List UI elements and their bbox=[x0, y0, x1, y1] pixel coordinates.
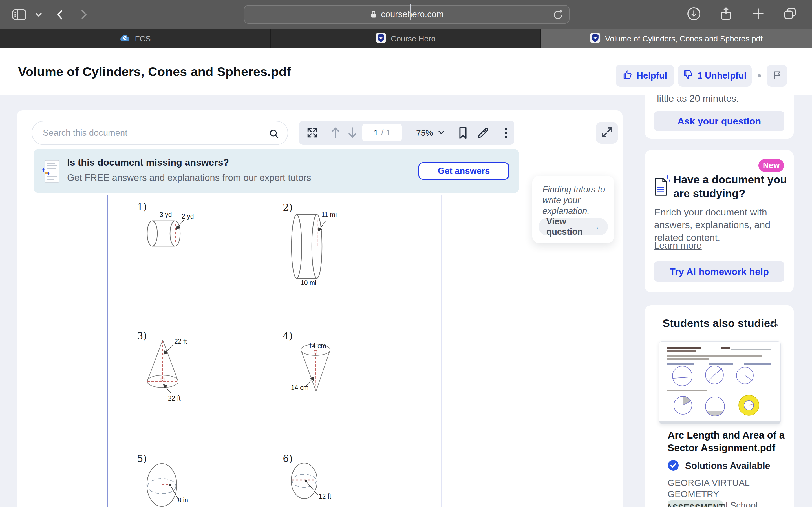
forward-button[interactable] bbox=[77, 8, 90, 21]
svg-text:5): 5) bbox=[137, 453, 147, 464]
unhelpful-label: 1 Unhelpful bbox=[697, 70, 746, 81]
title-line: Have a document you bbox=[673, 173, 787, 186]
also-studied-title: Students also studied bbox=[663, 317, 777, 330]
url-bar[interactable]: coursehero.com bbox=[244, 5, 569, 24]
check-circle-icon bbox=[668, 460, 679, 472]
tab-bar: FCS ★ Course Hero ★ Volume of Cylinders,… bbox=[0, 29, 812, 48]
toolbar-divider bbox=[449, 4, 449, 20]
students-also-studied-card: Students also studied bbox=[645, 305, 794, 507]
tab-course-hero[interactable]: ★ Course Hero bbox=[271, 29, 541, 48]
more-options-icon[interactable] bbox=[500, 127, 512, 140]
tooltip-text: Finding tutors to write your explanation… bbox=[543, 184, 607, 216]
thumbs-up-icon bbox=[622, 69, 633, 82]
view-question-label: View question bbox=[546, 217, 591, 237]
try-ai-label: Try AI homework help bbox=[670, 266, 769, 277]
previous-page-icon[interactable] bbox=[329, 126, 342, 140]
zoom-select[interactable]: 75% bbox=[416, 128, 445, 138]
problem-5-sphere bbox=[147, 464, 178, 506]
chevron-down-icon bbox=[438, 128, 445, 138]
doc-title-line: Sector Assignment.pdf bbox=[668, 441, 784, 454]
tab-fcs[interactable]: FCS bbox=[0, 29, 271, 48]
page-number-box[interactable]: 1 / 1 bbox=[362, 124, 402, 142]
page-total: / 1 bbox=[381, 128, 391, 137]
flag-button[interactable] bbox=[767, 64, 787, 87]
browser-chrome: coursehero.com bbox=[0, 0, 812, 29]
downloads-icon[interactable] bbox=[686, 6, 702, 21]
arrow-right-icon: → bbox=[591, 222, 600, 232]
expand-diagonal-icon bbox=[601, 126, 613, 140]
new-tab-icon[interactable] bbox=[751, 6, 766, 21]
view-question-button[interactable]: View question → bbox=[539, 218, 608, 235]
back-button[interactable] bbox=[54, 8, 66, 21]
ask-your-question-button[interactable]: Ask your question bbox=[654, 111, 784, 131]
bookmark-icon[interactable] bbox=[457, 126, 469, 140]
learn-more-link[interactable]: Learn more bbox=[654, 240, 702, 251]
flag-icon bbox=[772, 70, 782, 81]
tab-overview-icon[interactable] bbox=[783, 6, 798, 21]
problem-6-sphere bbox=[291, 463, 318, 499]
assessment-tag: ASSESSMENT bbox=[668, 500, 723, 507]
try-ai-homework-help-button[interactable]: Try AI homework help bbox=[654, 262, 784, 282]
svg-text:3 yd: 3 yd bbox=[160, 211, 172, 218]
page-current: 1 bbox=[373, 128, 378, 137]
thumbs-down-icon bbox=[683, 69, 693, 82]
svg-text:2): 2) bbox=[283, 202, 293, 213]
lock-icon bbox=[370, 10, 377, 19]
tab-active-pdf[interactable]: ★ Volume of Cylinders, Cones and Spheres… bbox=[541, 29, 812, 48]
fullscreen-icon[interactable] bbox=[306, 126, 319, 140]
svg-text:10 mi: 10 mi bbox=[301, 279, 316, 286]
helpful-button[interactable]: Helpful bbox=[616, 64, 674, 87]
title-line: are studying? bbox=[673, 186, 787, 200]
chevron-down-icon[interactable] bbox=[34, 10, 43, 19]
separator-dot bbox=[758, 74, 761, 77]
thumbnail-preview bbox=[659, 342, 781, 422]
expand-document-button[interactable] bbox=[596, 122, 618, 144]
svg-text:★: ★ bbox=[593, 36, 597, 40]
svg-text:22 ft: 22 ft bbox=[168, 395, 181, 402]
ask-question-label: Ask your question bbox=[677, 116, 761, 127]
svg-text:12 ft: 12 ft bbox=[319, 493, 331, 500]
document-plus-icon bbox=[42, 159, 61, 184]
document-sparkle-icon bbox=[653, 174, 671, 200]
ask-question-card: little as 20 minutes. Ask your question bbox=[645, 93, 794, 138]
helpful-label: Helpful bbox=[637, 70, 667, 81]
missing-answers-banner: Is this document missing answers? Get FR… bbox=[34, 149, 519, 193]
collapse-chevron-up-icon[interactable] bbox=[769, 320, 779, 328]
search-input[interactable] bbox=[32, 121, 288, 145]
svg-text:8 in: 8 in bbox=[177, 497, 188, 504]
tab-label: Volume of Cylinders, Cones and Spheres.p… bbox=[605, 34, 763, 43]
document-search[interactable] bbox=[32, 121, 288, 145]
tab-label: FCS bbox=[135, 34, 151, 43]
fcs-favicon-cloud-icon bbox=[120, 34, 131, 44]
related-document-thumbnail[interactable] bbox=[659, 341, 781, 424]
svg-text:4): 4) bbox=[283, 330, 293, 341]
course-hero-favicon-icon: ★ bbox=[590, 33, 601, 45]
toolbar-divider bbox=[410, 4, 410, 20]
annotate-pencil-icon[interactable] bbox=[476, 126, 489, 140]
svg-text:1): 1) bbox=[137, 201, 147, 212]
svg-text:6): 6) bbox=[283, 453, 293, 464]
sidebar-toggle-icon[interactable] bbox=[11, 7, 27, 22]
tutor-tooltip: Finding tutors to write your explanation… bbox=[532, 176, 614, 243]
study-card-title: Have a document you are studying? bbox=[673, 173, 787, 200]
reload-icon[interactable] bbox=[552, 9, 564, 21]
get-answers-button[interactable]: Get answers bbox=[418, 162, 509, 180]
related-document-title[interactable]: Arc Length and Area of a Sector Assignme… bbox=[668, 429, 784, 454]
page-title: Volume of Cylinders, Cones and Spheres.p… bbox=[18, 64, 291, 79]
next-page-icon[interactable] bbox=[346, 126, 359, 140]
unhelpful-button[interactable]: 1 Unhelpful bbox=[678, 64, 752, 87]
solutions-available-row: Solutions Available bbox=[668, 460, 770, 472]
banner-title: Is this document missing answers? bbox=[67, 157, 229, 168]
svg-text:★: ★ bbox=[379, 36, 383, 40]
share-icon[interactable] bbox=[718, 6, 733, 21]
body-line: Enrich your document with bbox=[654, 206, 770, 219]
study-document-card: New Have a document you are studying? En… bbox=[645, 150, 794, 292]
search-icon[interactable] bbox=[268, 128, 280, 140]
svg-text:3): 3) bbox=[137, 330, 147, 341]
pdf-worksheet: 1) 3 yd 2 yd 2) 11 mi 10 mi 3) 22 ft 22 … bbox=[107, 194, 451, 507]
body-line: answers, explanations, and bbox=[654, 219, 770, 231]
url-text: coursehero.com bbox=[381, 9, 444, 19]
banner-subtitle: Get FREE answers and explanations from o… bbox=[67, 172, 311, 183]
course-hero-favicon-icon: ★ bbox=[375, 33, 386, 45]
course-name: GEORGIA VIRTUAL GEOMETRY bbox=[668, 477, 794, 500]
